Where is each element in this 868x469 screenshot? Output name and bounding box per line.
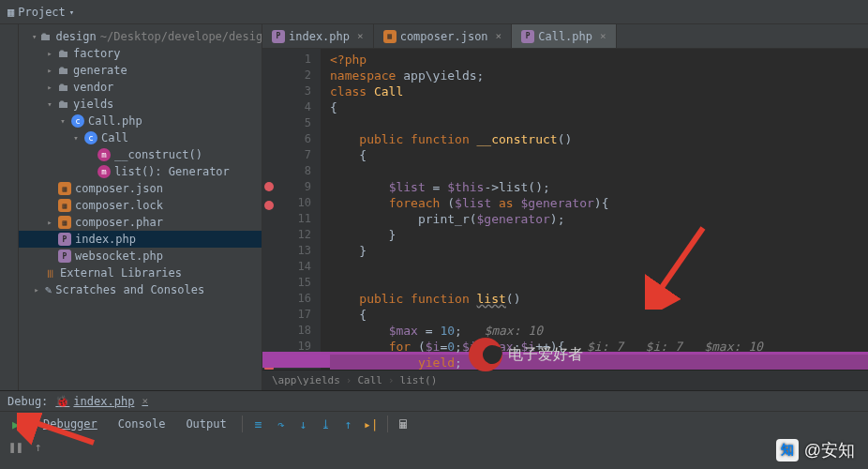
tree-item-label: vendor: [73, 81, 113, 94]
line-number[interactable]: 10: [276, 195, 311, 211]
tree-item[interactable]: ▸🖿generate: [19, 62, 262, 79]
expand-arrow-icon[interactable]: ▸: [45, 66, 54, 75]
tree-item[interactable]: mlist(): Generator: [19, 163, 262, 180]
code-line[interactable]: {: [330, 147, 868, 163]
scratches-icon: ✎: [45, 283, 52, 296]
close-icon[interactable]: ×: [600, 30, 606, 42]
tree-item[interactable]: Pindex.php: [19, 231, 262, 248]
project-tree[interactable]: ▾🖿design ~/Desktop/develope/design▸🖿fact…: [19, 24, 262, 390]
breadcrumb-segment[interactable]: list(): [400, 374, 438, 386]
code-line[interactable]: <?php: [330, 52, 868, 68]
tree-item[interactable]: ▾🖿yields: [19, 96, 262, 113]
tree-item-label: yields: [73, 98, 113, 111]
breakpoint-gutter[interactable]: [262, 49, 276, 370]
code-line[interactable]: foreach ($list as $generator){: [330, 195, 868, 211]
tree-item[interactable]: ▸▦composer.phar: [19, 214, 262, 231]
expand-arrow-icon[interactable]: ▾: [58, 116, 67, 126]
line-number-gutter[interactable]: 1234567891011121314151617181920212223: [276, 49, 321, 370]
output-tab[interactable]: Output: [176, 417, 235, 431]
tool-window-bar-left[interactable]: [0, 24, 19, 390]
tree-item[interactable]: ▾cCall: [19, 129, 262, 146]
code-line[interactable]: [330, 163, 868, 179]
line-number[interactable]: 17: [276, 307, 311, 323]
code-line[interactable]: [330, 275, 868, 291]
code-line[interactable]: $list = $this->list();: [330, 179, 868, 195]
debugger-tab[interactable]: Debugger: [34, 417, 107, 431]
force-step-into-button[interactable]: ⤓: [316, 414, 337, 434]
expand-arrow-icon[interactable]: ▸: [45, 83, 54, 92]
code-line[interactable]: {: [330, 307, 868, 323]
debug-session-tab[interactable]: 🐞 index.php ×: [48, 395, 156, 408]
resume-button[interactable]: ▶: [6, 414, 26, 434]
line-number[interactable]: 13: [276, 243, 311, 259]
line-number[interactable]: 18: [276, 323, 311, 339]
code-line[interactable]: class Call: [330, 83, 868, 99]
pause-button[interactable]: ❚❚: [6, 436, 26, 457]
step-into-button[interactable]: ↓: [293, 414, 314, 434]
breakpoint-icon[interactable]: [264, 182, 274, 191]
code-editor[interactable]: <?phpnamespace app\yields;class Call{ pu…: [321, 49, 868, 370]
editor-tab[interactable]: PCall.php×: [512, 24, 616, 48]
line-number[interactable]: 16: [276, 291, 311, 307]
step-out-button[interactable]: ↑: [338, 414, 359, 434]
line-number[interactable]: 8: [276, 163, 311, 179]
code-line[interactable]: for ($i=0;$i<$max;$i++){ $i: 7 $i: 7 $ma…: [330, 339, 868, 355]
close-icon[interactable]: ×: [142, 395, 148, 407]
line-number[interactable]: 11: [276, 211, 311, 227]
line-number[interactable]: 5: [276, 115, 311, 131]
line-number[interactable]: 3: [276, 83, 311, 99]
code-line[interactable]: {: [330, 99, 868, 115]
step-over-button[interactable]: ↷: [271, 414, 292, 434]
breadcrumb-segment[interactable]: \app\yields: [272, 374, 340, 386]
line-number[interactable]: 2: [276, 68, 311, 83]
code-line[interactable]: [330, 259, 868, 275]
line-number[interactable]: 6: [276, 131, 311, 147]
line-number[interactable]: 15: [276, 275, 311, 291]
close-icon[interactable]: ×: [496, 30, 502, 42]
line-number[interactable]: 9: [276, 179, 311, 195]
tree-item[interactable]: Pwebsocket.php: [19, 248, 262, 265]
expand-arrow-icon[interactable]: ▸: [32, 285, 41, 295]
code-line[interactable]: namespace app\yields;: [330, 68, 868, 83]
line-number[interactable]: 7: [276, 147, 311, 163]
code-line[interactable]: yield;: [330, 355, 868, 370]
line-number[interactable]: 1: [276, 52, 311, 68]
breakpoint-icon[interactable]: [264, 201, 274, 210]
line-number[interactable]: 14: [276, 259, 311, 275]
stop-button[interactable]: ↑: [28, 436, 49, 457]
code-line[interactable]: public function list(): [330, 291, 868, 307]
code-line[interactable]: print_r($generator);: [330, 211, 868, 227]
code-line[interactable]: }: [330, 243, 868, 259]
breadcrumb-segment[interactable]: Call: [357, 374, 382, 386]
tree-item[interactable]: ▸🖿vendor: [19, 79, 262, 96]
tree-item[interactable]: ⫼External Libraries: [19, 265, 262, 281]
expand-arrow-icon[interactable]: ▾: [71, 133, 81, 143]
tree-item[interactable]: m__construct(): [19, 146, 262, 163]
run-to-cursor-button[interactable]: ▸|: [361, 414, 382, 434]
project-dropdown[interactable]: ▦ Project ▾: [7, 6, 74, 19]
code-line[interactable]: public function __construct(): [330, 131, 868, 147]
show-execution-point-button[interactable]: ≡: [248, 414, 269, 434]
editor-tab[interactable]: Pindex.php×: [262, 24, 374, 48]
line-number[interactable]: 4: [276, 99, 311, 115]
breadcrumb[interactable]: \app\yields › Call › list(): [262, 370, 868, 390]
close-icon[interactable]: ×: [357, 30, 364, 42]
evaluate-expression-button[interactable]: 🖩: [394, 414, 414, 434]
tree-item[interactable]: ▦composer.json: [19, 180, 262, 197]
tree-item[interactable]: ▦composer.lock: [19, 197, 262, 214]
code-line[interactable]: $max = 10; $max: 10: [330, 323, 868, 339]
tree-item[interactable]: ▾🖿design ~/Desktop/develope/design: [19, 28, 262, 45]
expand-arrow-icon[interactable]: ▸: [45, 49, 54, 58]
tree-item[interactable]: ▾cCall.php: [19, 113, 262, 129]
expand-arrow-icon[interactable]: ▸: [45, 218, 54, 227]
expand-arrow-icon[interactable]: ▾: [45, 99, 54, 109]
console-tab[interactable]: Console: [109, 417, 175, 431]
tree-item[interactable]: ▸🖿factory: [19, 45, 262, 62]
code-line[interactable]: [330, 115, 868, 131]
tree-item[interactable]: ▸✎Scratches and Consoles: [19, 281, 262, 298]
line-number[interactable]: 12: [276, 227, 311, 243]
editor-tab[interactable]: ▦composer.json×: [374, 24, 513, 48]
json-file-icon: ▦: [58, 182, 71, 195]
code-line[interactable]: }: [330, 227, 868, 243]
expand-arrow-icon[interactable]: ▾: [32, 32, 37, 41]
